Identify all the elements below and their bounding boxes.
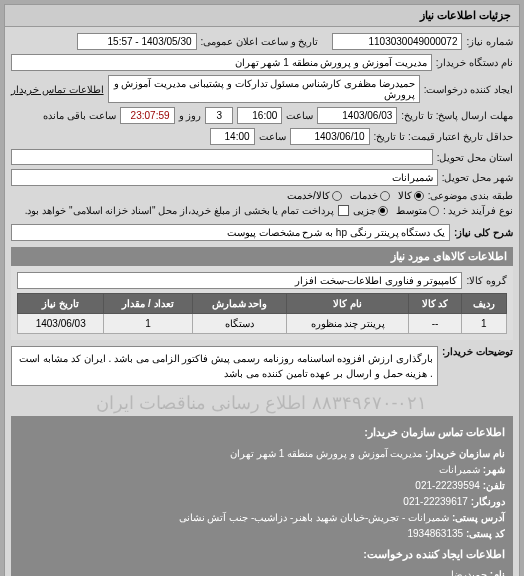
contact-line-org: نام سازمان خریدار: مدیریت آموزش و پرورش …: [19, 446, 505, 462]
radio-medium[interactable]: متوسط: [396, 205, 439, 216]
radio-dot-icon: [414, 191, 424, 201]
postal-value: 1934863135: [407, 528, 463, 539]
th-row: ردیف: [461, 294, 506, 314]
main-panel: جزئیات اطلاعات نیاز شماره نیاز: 11030300…: [4, 4, 520, 576]
cell-code: --: [409, 314, 461, 334]
org-label: نام سازمان خریدار:: [425, 448, 505, 459]
packaging-label: طبقه بندی موضوعی:: [428, 190, 513, 201]
row-notes: توضیحات خریدار: بارگذاری ارزش افزوده اسا…: [11, 346, 513, 386]
th-qty: تعداد / مقدار: [104, 294, 192, 314]
row-validity: حداقل تاریخ اعتبار قیمت: تا تاریخ: 1403/…: [11, 128, 513, 145]
cell-date: 1403/06/03: [18, 314, 104, 334]
goods-section-title: اطلاعات کالاهای مورد نیاز: [11, 247, 513, 266]
contact-line-postal: کد پستی: 1934863135: [19, 526, 505, 542]
row-reqno: شماره نیاز: 1103030049000072 تاریخ و ساع…: [11, 33, 513, 50]
purchase-note: پرداخت تمام یا بخشی از مبلغ خرید،از محل …: [11, 205, 334, 216]
watermark: ۸۸۳۴۹۶۷۰-۰۲۱ اطلاع رسانی مناقصات ایران: [11, 390, 513, 416]
radio-dot-icon: [332, 191, 342, 201]
purchase-type-label: نوع فرآیند خرید :: [443, 205, 513, 216]
validity-date-field[interactable]: 1403/06/10: [290, 128, 370, 145]
dept-label: نام دستگاه خریدار:: [436, 57, 513, 68]
row-dept: نام دستگاه خریدار: مدیریت آموزش و پرورش …: [11, 54, 513, 71]
radio-services-label: خدمات: [350, 190, 378, 201]
deadline-date-field[interactable]: 1403/06/03: [317, 107, 397, 124]
row-city: شهر محل تحویل: شمیرانات: [11, 169, 513, 186]
contact-line-name: نام: حمیدرضا: [19, 567, 505, 576]
validity-label: حداقل تاریخ اعتبار قیمت: تا تاریخ:: [374, 131, 513, 142]
radio-services[interactable]: خدمات: [350, 190, 390, 201]
th-name: نام کالا: [287, 294, 409, 314]
desc-field[interactable]: یک دستگاه پرینتر رنگی hp به شرح مشخصات پ…: [11, 224, 450, 241]
reqno-field[interactable]: 1103030049000072: [332, 33, 462, 50]
table-header-row: ردیف کد کالا نام کالا واحد شمارش تعداد /…: [18, 294, 507, 314]
dept-field[interactable]: مدیریت آموزش و پرورش منطقه 1 شهر تهران: [11, 54, 432, 71]
city-field[interactable]: شمیرانات: [11, 169, 438, 186]
contact-heading: اطلاعات تماس سازمان خریدار:: [19, 424, 505, 442]
table-row[interactable]: 1 -- پرینتر چند منظوره دستگاه 1 1403/06/…: [18, 314, 507, 334]
row-creator: ایجاد کننده درخواست: حمیدرضا مظفری کارشن…: [11, 75, 513, 103]
validity-time-field[interactable]: 14:00: [210, 128, 255, 145]
contact-city-value: شمیرانات: [439, 464, 480, 475]
postal-label: کد پستی:: [466, 528, 505, 539]
time-label-1: ساعت: [286, 110, 313, 121]
remain-label: ساعت باقی مانده: [43, 110, 116, 121]
radio-goods-services[interactable]: کالا/خدمت: [287, 190, 342, 201]
row-province: استان محل تحویل:: [11, 149, 513, 165]
reqno-label: شماره نیاز:: [466, 36, 513, 47]
radio-dot-icon: [380, 191, 390, 201]
cell-row: 1: [461, 314, 506, 334]
th-unit: واحد شمارش: [192, 294, 287, 314]
cell-qty: 1: [104, 314, 192, 334]
name-label: نام:: [490, 569, 505, 576]
buyer-contact-link[interactable]: اطلاعات تماس خریدار: [11, 84, 104, 95]
creator-label: ایجاد کننده درخواست:: [424, 84, 513, 95]
cell-unit: دستگاه: [192, 314, 287, 334]
days-label: روز و: [179, 110, 202, 121]
row-purchase-type: نوع فرآیند خرید : متوسط جزیی پرداخت تمام…: [11, 205, 513, 216]
panel-body: شماره نیاز: 1103030049000072 تاریخ و ساع…: [5, 27, 519, 576]
announce-label: تاریخ و ساعت اعلان عمومی:: [201, 36, 319, 47]
row-desc: شرح کلی نیاز: یک دستگاه پرینتر رنگی hp ب…: [11, 224, 513, 241]
purchase-checkbox[interactable]: [338, 205, 349, 216]
row-packaging: طبقه بندی موضوعی: کالا خدمات کالا/خدمت: [11, 190, 513, 201]
province-label: استان محل تحویل:: [437, 152, 513, 163]
deadline-label: مهلت ارسال پاسخ: تا تاریخ:: [401, 110, 513, 121]
tel-value: 22239594-021: [415, 480, 480, 491]
remain-time-field: 23:07:59: [120, 107, 175, 124]
th-code: کد کالا: [409, 294, 461, 314]
deadline-time-field[interactable]: 16:00: [237, 107, 282, 124]
creator-field[interactable]: حمیدرضا مظفری کارشناس مسئول تدارکات و پش…: [108, 75, 420, 103]
radio-partial[interactable]: جزیی: [353, 205, 388, 216]
addr-label: آدرس پستی:: [452, 512, 505, 523]
radio-dot-icon: [429, 206, 439, 216]
tel-label: تلفن:: [483, 480, 505, 491]
goods-section-body: گروه کالا: کامپیوتر و فناوری اطلاعات-سخت…: [11, 266, 513, 340]
province-field[interactable]: [11, 149, 433, 165]
radio-partial-label: جزیی: [353, 205, 376, 216]
notes-field[interactable]: بارگذاری ارزش افزوده اساسنامه روزنامه رس…: [11, 346, 438, 386]
contact-line-addr: آدرس پستی: شمیرانات - تجریش-خیابان شهید …: [19, 510, 505, 526]
contact-line-fax: دورنگار: 22239617-021: [19, 494, 505, 510]
org-value: مدیریت آموزش و پرورش منطقه 1 شهر تهران: [230, 448, 422, 459]
row-group: گروه کالا: کامپیوتر و فناوری اطلاعات-سخت…: [17, 272, 507, 289]
goods-table: ردیف کد کالا نام کالا واحد شمارش تعداد /…: [17, 293, 507, 334]
radio-goods[interactable]: کالا: [398, 190, 424, 201]
city-label: شهر محل تحویل:: [442, 172, 513, 183]
row-deadline: مهلت ارسال پاسخ: تا تاریخ: 1403/06/03 سا…: [11, 107, 513, 124]
packaging-radios: کالا خدمات کالا/خدمت: [287, 190, 424, 201]
announce-field[interactable]: 1403/05/30 - 15:57: [77, 33, 197, 50]
th-date: تاریخ نیاز: [18, 294, 104, 314]
panel-title: جزئیات اطلاعات نیاز: [5, 5, 519, 27]
addr-value: شمیرانات - تجریش-خیابان شهید باهنر- دزاش…: [179, 512, 450, 523]
notes-label: توضیحات خریدار:: [442, 346, 513, 357]
group-field[interactable]: کامپیوتر و فناوری اطلاعات-سخت افزار: [17, 272, 462, 289]
contact-line-tel: تلفن: 22239594-021: [19, 478, 505, 494]
radio-goods-label: کالا: [398, 190, 412, 201]
group-label: گروه کالا:: [466, 275, 507, 286]
desc-label: شرح کلی نیاز:: [454, 227, 513, 238]
days-field[interactable]: 3: [205, 107, 233, 124]
purchase-type-radios: متوسط جزیی: [353, 205, 439, 216]
name-value: حمیدرضا: [451, 569, 487, 576]
contact-block: اطلاعات تماس سازمان خریدار: نام سازمان خ…: [11, 416, 513, 576]
radio-dot-icon: [378, 206, 388, 216]
